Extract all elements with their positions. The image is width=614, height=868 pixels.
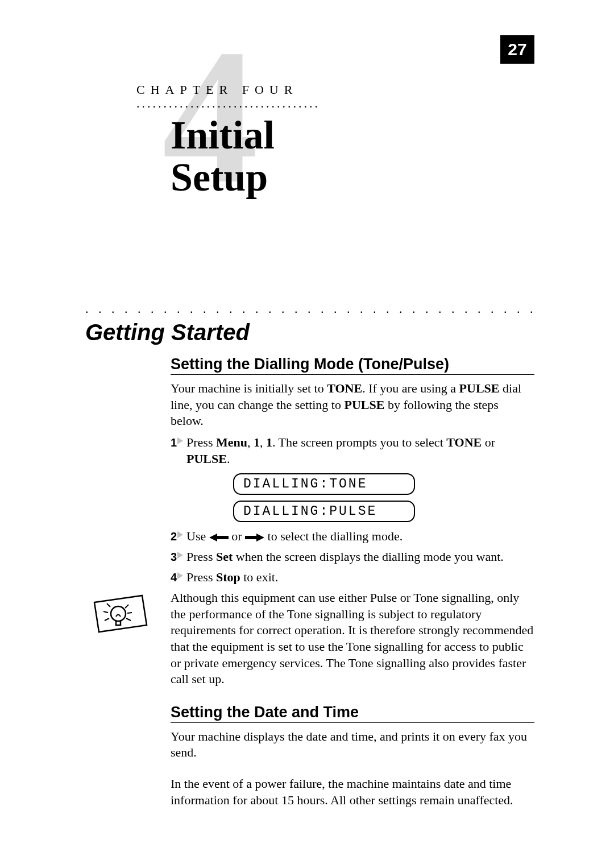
lcd-display-pulse: DIALLING:PULSE xyxy=(233,501,415,522)
note-block: Although this equipment can use either P… xyxy=(85,590,534,688)
step-3: 3 Press Set when the screen displays the… xyxy=(171,548,534,565)
intro-paragraph: Your machine is initially set to TONE. I… xyxy=(171,381,534,429)
lcd-display-tone: DIALLING:TONE xyxy=(233,473,415,495)
section-title: Getting Started xyxy=(85,320,534,345)
right-arrow-icon xyxy=(245,534,264,542)
subheading-dialling-mode: Setting the Dialling Mode (Tone/Pulse) xyxy=(171,356,534,375)
step-1: 1 Press Menu, 1, 1. The screen prompts y… xyxy=(171,434,534,468)
lcd-display-group: DIALLING:TONE DIALLING:PULSE xyxy=(233,473,534,522)
subheading-date-time: Setting the Date and Time xyxy=(171,704,534,723)
lightbulb-note-icon xyxy=(85,590,159,640)
note-text: Although this equipment can use either P… xyxy=(171,590,534,688)
chapter-title-line2: Setup xyxy=(171,155,268,199)
date-time-para-1: Your machine displays the date and time,… xyxy=(171,729,534,761)
step-number-icon: 1 xyxy=(171,434,183,451)
step-number-icon: 4 xyxy=(171,569,183,586)
svg-line-8 xyxy=(127,613,132,613)
chapter-label: CHAPTER FOUR xyxy=(136,82,534,97)
date-time-para-2: In the event of a power failure, the mac… xyxy=(171,776,534,808)
chapter-dotted-rule: .................................. xyxy=(136,96,534,111)
svg-marker-1 xyxy=(245,534,264,542)
left-arrow-icon xyxy=(209,534,229,542)
step-2: 2 Use or to select the dialling mode. xyxy=(171,528,534,545)
step-4: 4 Press Stop to exit. xyxy=(171,569,534,586)
svg-marker-0 xyxy=(209,534,229,542)
step-number-icon: 2 xyxy=(171,528,183,545)
chapter-title-line1: Initial xyxy=(171,113,275,157)
page-number: 27 xyxy=(500,35,534,64)
svg-marker-2 xyxy=(94,596,147,632)
step-number-icon: 3 xyxy=(171,548,183,565)
section-dotted-rule: . . . . . . . . . . . . . . . . . . . . … xyxy=(85,301,534,316)
chapter-title: Initial Setup xyxy=(171,114,534,198)
chapter-header: 4 CHAPTER FOUR .........................… xyxy=(136,82,534,247)
